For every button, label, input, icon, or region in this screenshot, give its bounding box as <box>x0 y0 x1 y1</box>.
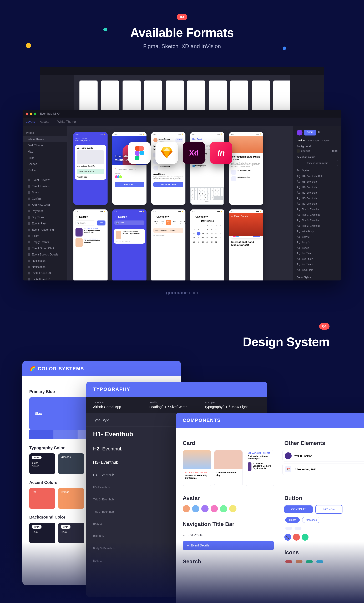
window-title: Eventhub UI Kit <box>40 112 60 116</box>
layer-item[interactable]: Notification <box>23 258 67 264</box>
circle-icon[interactable] <box>302 534 308 541</box>
continue-button[interactable]: CONTINUE <box>284 505 313 513</box>
text-style-item[interactable]: AgSubTitle 1 <box>297 251 338 256</box>
layer-item[interactable]: Event- Past <box>23 220 67 227</box>
text-style-item[interactable]: AgSubTitle 2 <box>297 256 338 262</box>
icon-pill[interactable] <box>296 560 302 563</box>
avatar-section-title: Avatar <box>183 495 274 501</box>
text-style-item[interactable]: AgH2- Eventhub <box>297 185 338 190</box>
layer-item[interactable]: Event - Upcoming <box>23 227 67 233</box>
icon-pill[interactable] <box>306 560 313 563</box>
frame-icon <box>28 191 30 194</box>
layer-item[interactable]: Add New Card <box>23 202 67 208</box>
back-icon[interactable]: ← <box>186 544 189 547</box>
page-item[interactable]: White Theme <box>23 136 67 142</box>
layer-item[interactable]: Notification <box>23 264 67 270</box>
avatar-icon <box>285 452 292 459</box>
share-button[interactable]: Share <box>304 130 316 136</box>
editor-back-canvas <box>74 75 290 115</box>
tab-layers[interactable]: Layers <box>26 120 35 124</box>
pill-sample[interactable] <box>295 527 301 530</box>
page-item[interactable]: Speech <box>23 161 67 167</box>
page-item[interactable]: Map <box>23 149 67 155</box>
text-style-item[interactable]: AgWide Body <box>297 229 338 234</box>
tab-assets[interactable]: Assets <box>40 120 49 124</box>
layer-item[interactable]: Event Preview <box>23 177 67 183</box>
maximize-icon[interactable] <box>34 113 36 115</box>
text-style-item[interactable]: AgH1- Eventhub- Bold <box>297 174 338 179</box>
color-swatch: MAINBlack <box>58 523 84 543</box>
play-icon[interactable]: ▶ <box>318 130 320 136</box>
mobile-screen: 9:41●●● ⚡Current LocationNew York, USA ▾… <box>73 132 108 205</box>
mini-screen <box>166 81 184 113</box>
phone-circle-icon[interactable]: 📞 <box>284 534 291 541</box>
color-swatch: Orange <box>58 488 84 509</box>
frame-icon <box>28 179 30 181</box>
minimize-icon[interactable] <box>30 113 32 115</box>
layer-item[interactable]: Share <box>23 189 67 196</box>
text-style-item[interactable]: AgSubTitle 2 <box>297 262 338 267</box>
layer-item[interactable]: Empty Events <box>23 239 67 245</box>
svg-point-0 <box>139 151 144 155</box>
text-style-item[interactable]: AgTitle 1- Eventhub <box>297 207 338 212</box>
tab-design[interactable]: Design <box>297 139 305 142</box>
tab-prototype[interactable]: Prototype <box>308 139 319 142</box>
text-style-item[interactable]: AgBody 3 <box>297 240 338 245</box>
layer-item[interactable]: Buy Ticket <box>23 214 67 220</box>
text-style-item[interactable]: AgH3- Eventhub <box>297 196 338 201</box>
layer-item[interactable]: Event Booked Details <box>23 252 67 258</box>
close-icon[interactable] <box>26 113 28 115</box>
page-item[interactable]: Profile <box>23 167 67 174</box>
tab-white-theme[interactable]: White Theme <box>57 120 76 124</box>
editor-nav-tabs: Layers Assets White Theme <box>23 117 341 126</box>
tickets-pill[interactable]: Tickets <box>285 517 300 523</box>
text-style-item[interactable]: AgTitle 2- Eventhub <box>297 218 338 223</box>
page-item[interactable]: Dark Theme <box>23 142 67 149</box>
mini-screen <box>123 81 141 113</box>
mini-screen <box>252 81 270 113</box>
nav-bar-sample-dark: ←Event Details <box>183 541 274 550</box>
text-style-item[interactable]: AgButton <box>297 245 338 251</box>
layer-item[interactable]: Event Preview <box>23 183 67 189</box>
layer-item[interactable]: Event Group Chat <box>23 245 67 252</box>
icon-pill[interactable] <box>316 560 323 563</box>
text-style-item[interactable]: AgH1- Eventhub <box>297 179 338 185</box>
circle-icon[interactable] <box>293 534 300 541</box>
icon-pill[interactable] <box>285 560 292 563</box>
mini-screen <box>209 81 227 113</box>
text-style-item[interactable]: AgH2- Eventhub <box>297 190 338 196</box>
show-selection-colors-button[interactable]: Show selection colors <box>297 160 338 166</box>
text-style-item[interactable]: AgSmall Text <box>297 267 338 273</box>
text-style-item[interactable]: AgBody 3 <box>297 234 338 240</box>
layer-item[interactable]: Payment <box>23 208 67 214</box>
layer-item[interactable]: Ticket <box>23 233 67 239</box>
frame-icon <box>28 260 30 262</box>
add-page-icon[interactable]: + <box>62 131 64 134</box>
mini-screen <box>101 81 119 113</box>
avatar-samples <box>183 505 274 512</box>
layer-item[interactable]: Confirm <box>23 196 67 202</box>
xd-icon: Xd <box>183 142 205 164</box>
frame-icon <box>28 229 30 231</box>
messages-pill[interactable]: Messages <box>302 517 320 523</box>
layer-item[interactable]: Invite Friend v3 <box>23 270 67 276</box>
back-icon[interactable]: ← <box>183 533 186 537</box>
avatar-icon <box>297 130 302 136</box>
editor-back-sidebar <box>40 75 74 115</box>
figma-editor-window: Eventhub UI Kit Layers Assets White Them… <box>23 110 341 280</box>
decorative-dot <box>103 28 107 31</box>
editor-canvas[interactable]: Xd in 9:41●●● ⚡Current LocationNew York,… <box>67 126 293 280</box>
sketch-icon <box>156 142 178 164</box>
layer-item[interactable]: Invite Friend v1 <box>23 276 67 280</box>
other-element-date: 📅 14 December, 2021 <box>283 464 364 475</box>
pill-sample[interactable] <box>285 527 292 530</box>
frame-icon <box>28 185 30 187</box>
tab-inspect[interactable]: Inspect <box>322 139 330 142</box>
text-style-item[interactable]: AgH3- Eventhub <box>297 201 338 207</box>
text-style-item[interactable]: AgTitle 1- Eventhub <box>297 212 338 218</box>
paynow-button[interactable]: PAY NOW <box>315 505 342 514</box>
page-item[interactable]: Filter <box>23 155 67 161</box>
bg-swatch[interactable] <box>297 150 300 152</box>
text-style-item[interactable]: AgTitle 2- Eventhub <box>297 223 338 229</box>
invision-icon: in <box>210 142 232 164</box>
